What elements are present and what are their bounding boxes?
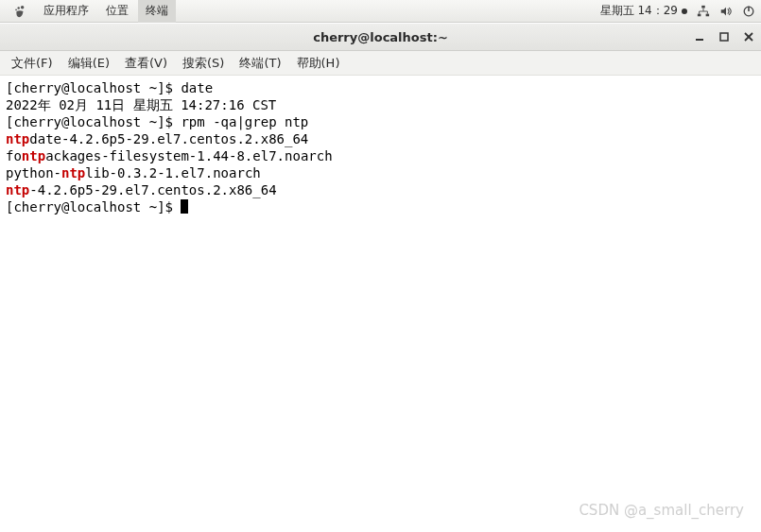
terminal-line: [cherry@localhost ~]$	[6, 198, 755, 215]
grep-match: ntp	[61, 165, 85, 180]
terminal-line: [cherry@localhost ~]$ date	[6, 79, 755, 96]
prompt: [cherry@localhost ~]$	[6, 199, 181, 215]
output-text: fo	[6, 148, 22, 163]
clock-text: 星期五 14：29	[600, 4, 678, 17]
svg-point-0	[21, 5, 25, 9]
places-menu[interactable]: 位置	[98, 0, 136, 23]
svg-rect-3	[701, 5, 705, 8]
svg-rect-4	[698, 13, 701, 16]
svg-point-2	[15, 9, 17, 10]
command-text: rpm -qa|grep ntp	[181, 114, 308, 129]
output-text: lib-0.3.2-1.el7.noarch	[85, 165, 260, 180]
grep-match: ntp	[22, 148, 45, 163]
close-button[interactable]	[742, 30, 755, 43]
terminal-line: python-ntplib-0.3.2-1.el7.noarch	[6, 164, 755, 181]
top-panel-right: 星期五 14：29	[600, 3, 755, 19]
grep-match: ntp	[6, 182, 29, 197]
terminal-line: ntpdate-4.2.6p5-29.el7.centos.2.x86_64	[6, 130, 755, 147]
terminal-line: fontpackages-filesystem-1.44-8.el7.noarc…	[6, 147, 755, 164]
window-title: cherry@localhost:~	[313, 30, 448, 44]
output-text: python-	[6, 165, 61, 180]
menu-search[interactable]: 搜索(S)	[175, 51, 232, 76]
cursor-icon	[181, 199, 188, 214]
output-text: date-4.2.6p5-29.el7.centos.2.x86_64	[29, 131, 308, 146]
terminal-app-indicator[interactable]: 终端	[138, 0, 176, 23]
svg-rect-5	[706, 13, 710, 16]
menu-view[interactable]: 查看(V)	[117, 51, 175, 76]
watermark: CSDN @a_small_cherry	[579, 502, 744, 519]
grep-match: ntp	[6, 131, 29, 146]
terminal-line: ntp-4.2.6p5-29.el7.centos.2.x86_64	[6, 181, 755, 198]
clock[interactable]: 星期五 14：29	[600, 3, 687, 19]
power-icon[interactable]	[742, 5, 755, 18]
output-text: ackages-filesystem-1.44-8.el7.noarch	[45, 148, 332, 163]
volume-icon[interactable]	[719, 5, 733, 18]
apps-menu[interactable]: 应用程序	[36, 0, 96, 23]
top-panel-left: 应用程序 位置 终端	[6, 0, 176, 23]
window-titlebar[interactable]: cherry@localhost:~	[0, 23, 761, 51]
minimize-button[interactable]	[693, 30, 706, 43]
command-text: date	[181, 80, 213, 95]
menu-file[interactable]: 文件(F)	[4, 51, 61, 76]
menu-help[interactable]: 帮助(H)	[289, 51, 348, 76]
network-icon[interactable]	[697, 5, 710, 18]
prompt: [cherry@localhost ~]$	[6, 80, 181, 95]
window-controls	[693, 24, 755, 50]
notification-dot-icon	[682, 9, 687, 14]
desktop-top-panel: 应用程序 位置 终端 星期五 14：29	[0, 0, 761, 23]
output-text: -4.2.6p5-29.el7.centos.2.x86_64	[29, 182, 276, 197]
menu-terminal[interactable]: 终端(T)	[232, 51, 288, 76]
prompt: [cherry@localhost ~]$	[6, 114, 181, 129]
svg-point-1	[17, 7, 19, 9]
terminal-line: 2022年 02月 11日 星期五 14:27:16 CST	[6, 96, 755, 113]
terminal-area[interactable]: [cherry@localhost ~]$ date 2022年 02月 11日…	[0, 76, 761, 532]
gnome-logo-icon[interactable]	[6, 0, 34, 23]
terminal-line: [cherry@localhost ~]$ rpm -qa|grep ntp	[6, 113, 755, 130]
maximize-button[interactable]	[718, 30, 731, 43]
app-menubar: 文件(F) 编辑(E) 查看(V) 搜索(S) 终端(T) 帮助(H)	[0, 51, 761, 76]
menu-edit[interactable]: 编辑(E)	[61, 51, 117, 76]
svg-rect-9	[720, 33, 728, 41]
